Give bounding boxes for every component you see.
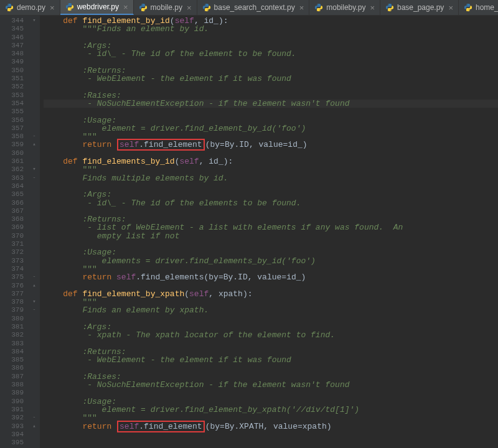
tab-mobile-py[interactable]: mobile.py× (134, 0, 197, 15)
fold-marker-icon[interactable]: - (29, 306, 40, 314)
line-number: 357 (0, 124, 29, 133)
fold-marker-icon[interactable]: ▾ (29, 298, 40, 306)
code-line[interactable]: def find_elements_by_id(self, id_): (44, 157, 498, 166)
code-line[interactable]: - WebElement - the element if it was fou… (44, 356, 498, 364)
fold-marker-icon[interactable]: ▴ (29, 282, 40, 290)
code-line[interactable]: """ (44, 414, 498, 422)
close-icon[interactable]: × (448, 3, 453, 12)
line-number: 366 (0, 199, 29, 207)
code-line[interactable] (44, 439, 498, 447)
code-line[interactable] (44, 282, 498, 290)
code-line[interactable]: :Returns: (44, 67, 498, 75)
code-line[interactable]: def find_element_by_xpath(self, xpath): (44, 290, 498, 298)
tab-base_search_context-py[interactable]: base_search_context.py× (197, 0, 310, 15)
tab-base_page-py[interactable]: base_page.py× (380, 0, 459, 15)
code-line[interactable] (44, 315, 498, 323)
code-line[interactable]: - id\_ - The id of the elements to be fo… (44, 199, 498, 207)
close-icon[interactable]: × (50, 3, 55, 12)
code-line[interactable] (44, 207, 498, 215)
code-line[interactable]: Finds an element by xpath. (44, 306, 498, 314)
code-line[interactable]: def find_element_by_id(self, id_): (44, 17, 498, 25)
fold-marker-icon[interactable]: - (29, 174, 40, 182)
code-line[interactable]: """ (44, 298, 498, 306)
close-icon[interactable]: × (187, 3, 192, 12)
line-number: 365 (0, 190, 29, 198)
code-line[interactable]: :Args: (44, 42, 498, 50)
fold-empty (29, 257, 40, 265)
code-line[interactable]: :Raises: (44, 91, 498, 100)
code-line[interactable]: """ (44, 166, 498, 174)
code-line[interactable] (44, 340, 498, 348)
fold-marker-icon[interactable]: ▾ (29, 17, 40, 25)
fold-marker-icon[interactable]: ▴ (29, 422, 40, 431)
code-line[interactable]: element = driver.find_element_by_xpath('… (44, 406, 498, 414)
tab-webdriver-py[interactable]: webdriver.py× (60, 0, 134, 15)
code-line[interactable]: :Usage: (44, 116, 498, 124)
fold-empty (29, 91, 40, 100)
code-line[interactable]: - xpath - The xpath locator of the eleme… (44, 331, 498, 339)
code-line[interactable]: - NoSuchElementException - if the elemen… (44, 100, 498, 108)
code-line[interactable]: :Usage: (44, 248, 498, 256)
code-line[interactable]: - list of WebElement - a list with eleme… (44, 223, 498, 231)
code-line[interactable]: """ (44, 265, 498, 273)
close-icon[interactable]: × (299, 3, 304, 12)
fold-marker-icon[interactable]: - (29, 414, 40, 422)
code-line[interactable]: :Returns: (44, 348, 498, 356)
fold-empty (29, 398, 40, 406)
fold-marker-icon[interactable]: ▴ (29, 141, 40, 149)
close-icon[interactable]: × (123, 2, 128, 12)
tab-demo-py[interactable]: demo.py× (0, 0, 60, 15)
line-number: 390 (0, 398, 29, 406)
fold-empty (29, 116, 40, 124)
code-line[interactable] (44, 149, 498, 157)
tab-mobileby-py[interactable]: mobileby.py× (309, 0, 380, 15)
tab-home_page-py[interactable]: home_page.py× (459, 0, 498, 15)
code-line[interactable] (44, 34, 498, 42)
line-number: 376 (0, 282, 29, 290)
code-line[interactable]: return self.find_element(by=By.ID, value… (44, 141, 498, 149)
python-file-icon (5, 3, 14, 12)
fold-marker-icon[interactable]: ▾ (29, 166, 40, 174)
code-line[interactable] (44, 389, 498, 397)
code-line[interactable]: - NoSuchElementException - if the elemen… (44, 381, 498, 389)
fold-empty (29, 265, 40, 273)
fold-marker-icon[interactable]: - (29, 273, 40, 281)
code-line[interactable] (44, 182, 498, 190)
code-line[interactable]: return self.find_elements(by=By.ID, valu… (44, 273, 498, 281)
fold-empty (29, 431, 40, 439)
code-line[interactable] (44, 83, 498, 91)
code-line[interactable]: :Returns: (44, 215, 498, 223)
highlighted-code: self.find_element (117, 139, 205, 151)
line-number: 355 (0, 108, 29, 116)
code-line[interactable]: empty list if not (44, 232, 498, 240)
code-line[interactable] (44, 58, 498, 66)
code-line[interactable]: :Usage: (44, 398, 498, 406)
fold-marker-icon[interactable]: - (29, 133, 40, 141)
code-line[interactable]: element = driver.find_element_by_id('foo… (44, 124, 498, 133)
code-line[interactable]: - WebElement - the element if it was fou… (44, 75, 498, 83)
code-line[interactable]: :Raises: (44, 373, 498, 381)
code-line[interactable]: return self.find_element(by=By.XPATH, va… (44, 422, 498, 431)
code-line[interactable] (44, 108, 498, 116)
code-line[interactable]: :Args: (44, 323, 498, 331)
line-number: 362 (0, 166, 29, 174)
close-icon[interactable]: × (370, 3, 375, 12)
code-line[interactable]: """Finds an element by id. (44, 25, 498, 33)
code-line[interactable] (44, 364, 498, 372)
line-number: 354 (0, 100, 29, 108)
code-line[interactable]: Finds multiple elements by id. (44, 174, 498, 182)
line-number: 382 (0, 331, 29, 339)
code-line[interactable]: - id\_ - The id of the element to be fou… (44, 50, 498, 58)
code-line[interactable] (44, 431, 498, 439)
code-line[interactable]: :Args: (44, 190, 498, 198)
code-area[interactable]: def find_element_by_id(self, id_): """Fi… (40, 16, 498, 448)
code-line[interactable] (44, 240, 498, 248)
fold-empty (29, 356, 40, 364)
fold-empty (29, 323, 40, 331)
fold-empty (29, 83, 40, 91)
line-number: 386 (0, 364, 29, 372)
line-number: 350 (0, 67, 29, 75)
fold-empty (29, 315, 40, 323)
tab-label: mobileby.py (326, 3, 365, 12)
code-line[interactable]: elements = driver.find_elements_by_id('f… (44, 257, 498, 265)
